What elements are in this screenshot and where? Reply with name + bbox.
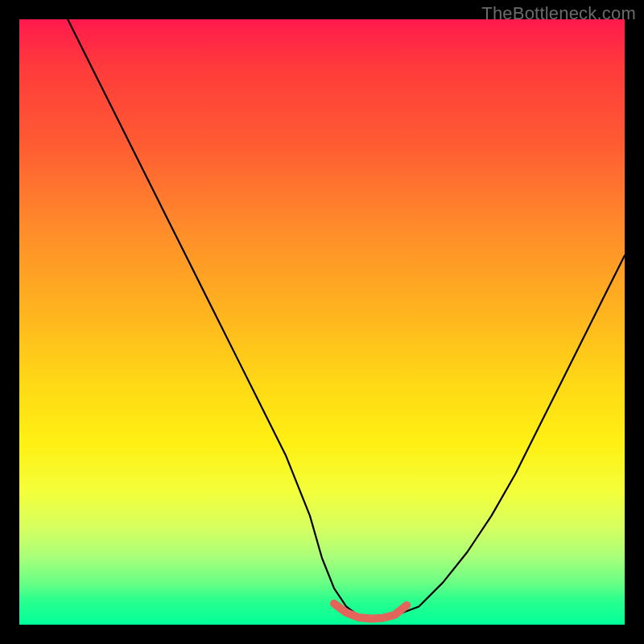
valley-highlight [19,19,625,625]
chart-frame: TheBottleneck.com [0,0,644,644]
plot-area [19,19,625,625]
